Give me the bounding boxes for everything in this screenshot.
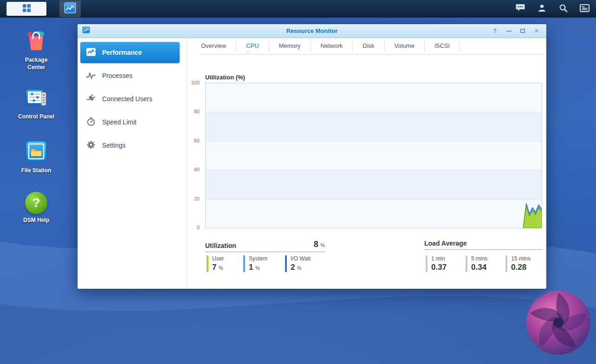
load-1min-bar	[426, 255, 428, 272]
taskbar	[0, 0, 596, 18]
desktop-icon-label: Control Panel	[18, 113, 54, 121]
legend-io-wait-unit: %	[297, 265, 302, 271]
desktop-icon-label: File Station	[21, 167, 52, 175]
sidebar-item-label: Processes	[102, 72, 132, 79]
tab-disk[interactable]: Disk	[352, 39, 384, 52]
tab-divider	[200, 54, 544, 55]
control-panel-icon	[25, 86, 47, 110]
tab-volume[interactable]: Volume	[384, 39, 424, 52]
load-5mins-bar	[466, 255, 467, 272]
sidebar-item-processes[interactable]: Processes	[78, 64, 186, 87]
utilization-header: Utilization 8 %	[205, 240, 325, 252]
legend-system-unit: %	[255, 265, 260, 271]
cpu-chart-plot	[205, 83, 542, 228]
close-icon: ×	[534, 27, 539, 35]
load-5mins-label: 5 mins	[471, 255, 487, 262]
search-button[interactable]	[558, 4, 568, 14]
legend-system: System 1 %	[243, 255, 267, 272]
load-15mins: 15 mins 0.28	[505, 255, 531, 272]
user-icon	[538, 4, 546, 14]
chart-title: Utilization (%)	[205, 74, 245, 81]
dsm-help-icon: ?	[25, 192, 47, 214]
desktop-icon-dsm-help[interactable]: ? DSM Help	[14, 192, 58, 224]
window-controls: ? ×	[490, 26, 542, 36]
sidebar: Performance Processes	[78, 38, 187, 288]
legend-system-label: System	[249, 255, 267, 262]
window-title: Resource Monitor	[78, 27, 546, 34]
legend-user-label: User	[212, 255, 224, 262]
legend-io-wait-label: I/O Wait	[291, 255, 311, 262]
maximize-button[interactable]	[518, 26, 528, 36]
load-1min: 1 min 0.37	[426, 255, 447, 272]
window-titlebar[interactable]: Resource Monitor ? ×	[78, 24, 546, 38]
legend-io-wait-value: 2 %	[291, 263, 311, 272]
sidebar-item-settings[interactable]: Settings	[78, 134, 186, 157]
widgets-icon	[580, 4, 590, 14]
plug-icon	[86, 94, 96, 104]
legend-io-wait-number: 2	[291, 263, 295, 272]
utilization-label: Utilization	[205, 242, 236, 249]
utilization-value: 8	[314, 240, 318, 249]
legend-user-color-bar	[207, 255, 208, 272]
desktop-icon-label: DSM Help	[23, 217, 49, 224]
widgets-button[interactable]	[579, 4, 590, 14]
active-tab-caret	[245, 52, 250, 57]
legend-system-number: 1	[249, 263, 253, 272]
resource-monitor-window: Resource Monitor ? × Performance	[78, 24, 546, 289]
tab-iscsi[interactable]: iSCSI	[424, 39, 460, 52]
resource-monitor-icon	[64, 2, 76, 16]
apps-grid-icon	[22, 4, 31, 14]
legend-user: User 7 %	[207, 255, 224, 272]
chat-icon	[516, 3, 525, 14]
legend-io-wait-color-bar	[285, 255, 287, 272]
legend-system-color-bar	[243, 255, 245, 272]
pulse-icon	[86, 71, 96, 81]
tab-overview[interactable]: Overview	[191, 39, 236, 52]
load-5mins: 5 mins 0.34	[466, 255, 487, 272]
gear-icon	[86, 140, 96, 151]
close-button[interactable]: ×	[531, 26, 542, 36]
file-station-icon	[25, 140, 47, 164]
load-15mins-value: 0.28	[511, 263, 531, 272]
desktop-icon-control-panel[interactable]: Control Panel	[14, 86, 58, 121]
sidebar-item-label: Connected Users	[102, 95, 152, 103]
resource-monitor-taskbar-button[interactable]	[59, 0, 81, 17]
tab-memory[interactable]: Memory	[269, 39, 311, 52]
user-options-button[interactable]	[537, 4, 547, 14]
sidebar-item-connected-users[interactable]: Connected Users	[78, 87, 186, 110]
cpu-chart-yaxis: 020406080100	[187, 83, 202, 228]
utilization-total: 8 %	[314, 240, 325, 249]
help-button[interactable]: ?	[490, 26, 500, 36]
tab-network[interactable]: Network	[311, 39, 353, 52]
minimize-button[interactable]	[504, 26, 514, 36]
resource-monitor-icon	[82, 26, 90, 36]
tab-cpu[interactable]: CPU	[236, 39, 268, 52]
maximize-icon	[520, 29, 525, 33]
load-15mins-bar	[505, 255, 507, 272]
desktop-icon-package-center[interactable]: Package Center	[14, 30, 58, 71]
tab-bar: Overview CPU Memory Network Disk Volume …	[191, 39, 460, 52]
load-15mins-label: 15 mins	[511, 255, 531, 262]
load-average-header: Load Average	[424, 240, 543, 250]
load-average-label: Load Average	[424, 240, 467, 247]
load-5mins-number: 0.34	[471, 263, 486, 272]
load-1min-value: 0.37	[431, 263, 447, 272]
sidebar-item-speed-limit[interactable]: Speed Limit	[78, 110, 186, 134]
legend-io-wait: I/O Wait 2 %	[285, 255, 311, 272]
main-content: Overview CPU Memory Network Disk Volume …	[187, 38, 546, 288]
desktop-icon-file-station[interactable]: File Station	[14, 140, 58, 175]
legend-user-value: 7 %	[212, 263, 224, 272]
gauge-icon	[86, 117, 96, 128]
performance-chart-icon	[86, 47, 96, 58]
sidebar-item-label: Speed Limit	[102, 118, 136, 126]
load-15mins-number: 0.28	[511, 263, 526, 272]
taskbar-right-icons	[515, 4, 590, 14]
search-icon	[559, 4, 568, 14]
load-5mins-value: 0.34	[471, 263, 487, 272]
legend-system-value: 1 %	[249, 263, 267, 272]
sidebar-item-performance[interactable]: Performance	[80, 42, 180, 63]
load-1min-number: 0.37	[431, 263, 447, 272]
notifications-button[interactable]	[515, 4, 525, 14]
main-menu-button[interactable]	[6, 2, 46, 16]
utilization-unit: %	[320, 242, 325, 248]
